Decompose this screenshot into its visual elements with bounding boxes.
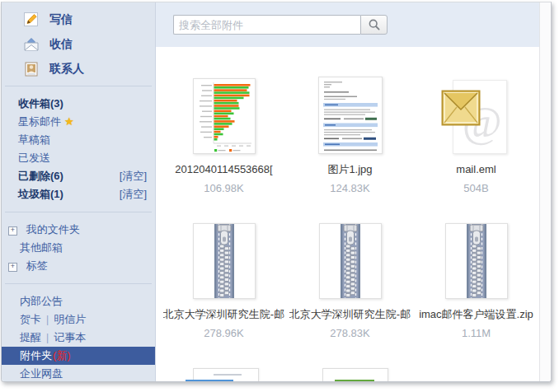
thumbnail — [445, 223, 508, 299]
enterprise-disk-label: 企业网盘 — [20, 367, 63, 380]
zip-file-icon — [193, 223, 256, 299]
inbox-label: 收件箱(3) — [18, 97, 63, 110]
new-badge: (新) — [53, 349, 71, 362]
attachment-tile[interactable] — [290, 368, 420, 382]
sidebar-item-other-mailboxes[interactable]: 其他邮箱 — [2, 239, 155, 257]
zip-file-icon — [445, 223, 508, 299]
zip-file-icon — [319, 223, 382, 299]
starred-label: 星标邮件 — [18, 115, 61, 128]
sidebar-item-drafts[interactable]: 草稿箱 — [2, 131, 155, 149]
sidebar: 写信 收信 联系人 — [2, 2, 156, 381]
thumbnail: @ — [441, 78, 512, 154]
search-input[interactable] — [173, 15, 360, 35]
sidebar-divider — [5, 212, 152, 212]
star-icon: ★ — [64, 115, 74, 128]
search-band — [156, 2, 540, 47]
sidebar-top-actions: 写信 收信 联系人 — [2, 2, 155, 82]
sidebar-item-tags[interactable]: + 标签 — [2, 257, 155, 275]
attachment-name: 北京大学深圳研究生院-邮 — [289, 308, 411, 321]
attachment-size: 124.83K — [330, 182, 369, 194]
expand-plus-icon[interactable]: + — [8, 263, 17, 272]
compose-icon — [23, 12, 40, 28]
envelope-icon — [441, 90, 481, 126]
green-bar-fragment — [335, 380, 374, 382]
contacts-label: 联系人 — [49, 62, 84, 77]
empty-deleted-link[interactable]: [清空] — [120, 167, 147, 185]
attachment-name: 北京大学深圳研究生院-邮 — [163, 308, 284, 321]
separator: | — [46, 332, 49, 343]
other-mailboxes-label: 其他邮箱 — [20, 241, 63, 254]
attachment-name: 2012040114553668[ — [175, 163, 272, 176]
thumbnail — [193, 223, 256, 299]
attachment-tile[interactable]: 北京大学深圳研究生院-邮 278.83K — [287, 223, 413, 339]
my-folders-label: 我的文件夹 — [26, 223, 80, 236]
tags-label: 标签 — [26, 259, 48, 272]
search-icon — [368, 18, 381, 31]
attachment-tile[interactable]: imac邮件客户端设置.zip 1.11M — [413, 223, 539, 339]
sidebar-item-announcements[interactable]: 内部公告 — [2, 292, 155, 310]
tiny-text-line — [214, 374, 242, 376]
sidebar-item-my-folders[interactable]: + 我的文件夹 — [2, 221, 155, 239]
bar-chart-thumbnail-image — [193, 78, 256, 154]
attachment-tile[interactable]: @ mail.eml 504B — [413, 78, 539, 194]
attachment-size: 504B — [463, 182, 488, 194]
service-list: 内部公告 贺卡|明信片 提醒|记事本 附件夹(新) 企业网盘 文件中转站 — [2, 288, 155, 382]
contacts-icon — [23, 61, 40, 77]
receive-mail-button[interactable]: 收信 — [2, 32, 155, 57]
folder-tree: + 我的文件夹 其他邮箱 + 标签 — [2, 217, 155, 279]
sent-label: 已发送 — [18, 152, 50, 164]
drafts-label: 草稿箱 — [18, 133, 50, 146]
attachment-size: 106.98K — [204, 182, 243, 194]
deleted-label: 已删除(6) — [18, 170, 63, 182]
attachments-panel: 2012040114553668[ 106.98K — [156, 2, 551, 381]
thumbnail — [318, 78, 383, 154]
grid-row — [161, 368, 539, 382]
sidebar-divider — [5, 283, 152, 284]
attachment-size: 1.11M — [462, 327, 491, 339]
partial-thumbnail — [193, 368, 259, 382]
receive-label: 收信 — [49, 37, 73, 52]
attachment-size: 278.96K — [204, 327, 243, 339]
sidebar-item-attachments-folder[interactable]: 附件夹(新) — [2, 347, 155, 365]
greeting-card-label: 贺卡 — [20, 313, 41, 325]
sidebar-divider — [5, 86, 152, 86]
sidebar-item-deleted[interactable]: 已删除(6) [清空] — [2, 167, 155, 185]
search-button[interactable] — [360, 15, 388, 35]
sidebar-item-cards[interactable]: 贺卡|明信片 — [2, 310, 155, 329]
attachments-folder-label: 附件夹 — [20, 349, 52, 362]
grid-row: 北京大学深圳研究生院-邮 278.96K 北京大学深圳研究生院-邮 278.83… — [161, 223, 539, 339]
attachment-grid: 2012040114553668[ 106.98K — [161, 78, 539, 382]
postcard-label: 明信片 — [54, 313, 86, 325]
sidebar-item-junk[interactable]: 垃圾箱(1) [清空] — [2, 185, 155, 203]
attachment-tile[interactable]: 北京大学深圳研究生院-邮 278.96K — [161, 223, 287, 339]
sidebar-item-sent[interactable]: 已发送 — [2, 149, 155, 167]
attachment-tile[interactable]: 2012040114553668[ 106.98K — [161, 78, 287, 194]
announcements-label: 内部公告 — [20, 295, 63, 307]
sidebar-item-enterprise-disk[interactable]: 企业网盘 — [2, 365, 155, 382]
sidebar-item-reminder-notes[interactable]: 提醒|记事本 — [2, 329, 155, 347]
scrollbar[interactable] — [539, 2, 551, 381]
partial-thumbnail — [322, 368, 388, 382]
grid-row: 2012040114553668[ 106.98K — [161, 78, 539, 194]
expand-plus-icon[interactable]: + — [8, 226, 17, 236]
sidebar-item-inbox[interactable]: 收件箱(3) — [2, 95, 155, 113]
attachment-tile[interactable] — [161, 368, 290, 382]
folder-list: 收件箱(3) 星标邮件★ 草稿箱 已发送 已删除(6) [清空] 垃圾箱(1) … — [2, 91, 155, 208]
blue-bar-fragment — [186, 380, 233, 382]
attachment-name: mail.eml — [456, 163, 496, 176]
attachment-name: 图片1.jpg — [327, 163, 372, 176]
thumbnail — [193, 78, 256, 154]
compose-mail-button[interactable]: 写信 — [2, 7, 155, 32]
junk-label: 垃圾箱(1) — [18, 188, 63, 200]
separator: | — [46, 314, 49, 325]
notepad-label: 记事本 — [54, 331, 86, 343]
eml-file-icon: @ — [441, 78, 512, 154]
mail-client-window: 写信 收信 联系人 — [1, 2, 552, 382]
receive-mail-icon — [23, 36, 40, 53]
attachment-name: imac邮件客户端设置.zip — [419, 308, 533, 321]
sidebar-item-starred[interactable]: 星标邮件★ — [2, 113, 155, 131]
search-box — [173, 15, 388, 35]
empty-junk-link[interactable]: [清空] — [120, 185, 147, 203]
contacts-button[interactable]: 联系人 — [2, 57, 155, 82]
attachment-tile[interactable]: 图片1.jpg 124.83K — [287, 78, 413, 194]
